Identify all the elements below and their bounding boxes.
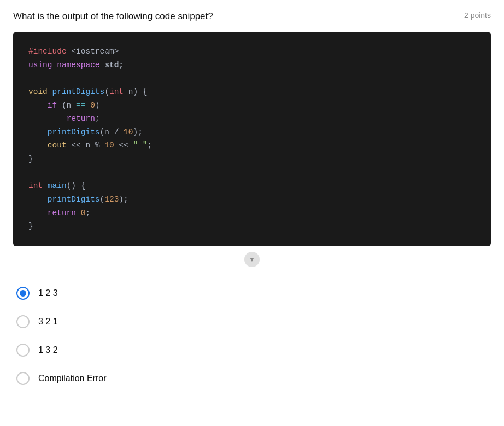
code-line-11: int main() { [28, 179, 476, 193]
code-line-13: return 0; [28, 206, 476, 220]
code-line-1: #include <iostream> [28, 45, 476, 58]
code-line-3 [28, 72, 476, 85]
radio-3[interactable] [16, 344, 30, 357]
code-line-4: void printDigits(int n) { [28, 85, 476, 99]
question-text: What is the output of the following code… [13, 11, 213, 22]
code-line-2: using namespace std; [28, 58, 476, 72]
option-label-1: 1 2 3 [38, 288, 58, 298]
code-line-7: printDigits(n / 10); [28, 126, 476, 139]
scroll-indicator [13, 252, 491, 267]
radio-1[interactable] [16, 287, 30, 300]
code-line-6: return; [28, 112, 476, 126]
option-2[interactable]: 3 2 1 [13, 307, 491, 336]
code-line-10 [28, 166, 476, 180]
option-4[interactable]: Compilation Error [13, 364, 491, 393]
code-line-8: cout << n % 10 << " "; [28, 139, 476, 152]
code-line-9: } [28, 152, 476, 166]
question-header: What is the output of the following code… [13, 11, 491, 22]
option-label-2: 3 2 1 [38, 317, 58, 327]
option-3[interactable]: 1 3 2 [13, 336, 491, 364]
options-container: 1 2 3 3 2 1 1 3 2 Compilation Error [13, 279, 491, 393]
option-label-4: Compilation Error [38, 374, 106, 383]
code-line-12: printDigits(123); [28, 193, 476, 206]
code-line-14: } [28, 220, 476, 233]
points-label: 2 points [464, 11, 491, 20]
radio-2[interactable] [16, 315, 30, 328]
option-1[interactable]: 1 2 3 [13, 279, 491, 307]
scroll-down-icon [244, 252, 260, 267]
option-label-3: 1 3 2 [38, 345, 58, 355]
radio-4[interactable] [16, 372, 30, 385]
code-block: #include <iostream> using namespace std;… [13, 32, 491, 246]
code-line-5: if (n == 0) [28, 99, 476, 113]
code-include: #include [28, 47, 67, 56]
radio-inner-1 [20, 290, 26, 297]
